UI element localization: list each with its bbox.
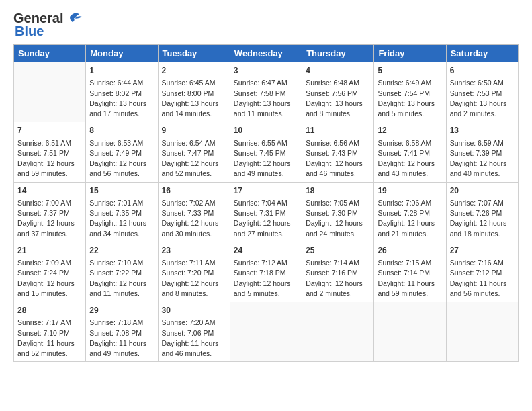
sunrise-text: Sunrise: 6:54 AM: [162, 138, 226, 148]
cell-content: 12Sunrise: 6:58 AMSunset: 7:41 PMDayligh…: [378, 125, 442, 179]
calendar-cell: [302, 302, 374, 362]
week-row-5: 28Sunrise: 7:17 AMSunset: 7:10 PMDayligh…: [14, 302, 519, 362]
sunrise-text: Sunrise: 7:11 AM: [162, 258, 226, 268]
sunset-text: Sunset: 7:56 PM: [306, 89, 370, 99]
day-header-monday: Monday: [86, 45, 158, 62]
daylight-text: Daylight: 12 hours and 34 minutes.: [89, 218, 154, 238]
day-number: 30: [162, 305, 226, 316]
calendar-cell: 2Sunrise: 6:45 AMSunset: 8:00 PMDaylight…: [158, 62, 230, 122]
sunset-text: Sunset: 7:26 PM: [450, 208, 515, 218]
day-number: 6: [450, 65, 515, 77]
sunrise-text: Sunrise: 7:00 AM: [17, 198, 82, 208]
sunrise-text: Sunrise: 6:59 AM: [450, 138, 515, 148]
calendar-cell: 13Sunrise: 6:59 AMSunset: 7:39 PMDayligh…: [446, 122, 518, 182]
cell-content: 22Sunrise: 7:10 AMSunset: 7:22 PMDayligh…: [89, 245, 154, 299]
cell-content: 18Sunrise: 7:05 AMSunset: 7:30 PMDayligh…: [306, 185, 370, 239]
daylight-text: Daylight: 13 hours and 11 minutes.: [234, 99, 298, 119]
calendar-cell: 4Sunrise: 6:48 AMSunset: 7:56 PMDaylight…: [302, 62, 374, 122]
calendar-cell: 5Sunrise: 6:49 AMSunset: 7:54 PMDaylight…: [374, 62, 446, 122]
calendar-cell: [374, 302, 446, 362]
calendar-cell: [446, 302, 518, 362]
day-number: 15: [89, 185, 154, 197]
cell-content: 30Sunrise: 7:20 AMSunset: 7:06 PMDayligh…: [162, 305, 226, 359]
daylight-text: Daylight: 12 hours and 49 minutes.: [234, 158, 298, 179]
cell-content: 24Sunrise: 7:12 AMSunset: 7:18 PMDayligh…: [234, 245, 298, 299]
daylight-text: Daylight: 13 hours and 2 minutes.: [450, 99, 515, 119]
calendar-cell: 6Sunrise: 6:50 AMSunset: 7:53 PMDaylight…: [446, 62, 518, 122]
cell-content: 13Sunrise: 6:59 AMSunset: 7:39 PMDayligh…: [450, 125, 515, 179]
sunrise-text: Sunrise: 7:16 AM: [450, 258, 515, 268]
sunrise-text: Sunrise: 6:50 AM: [450, 78, 515, 88]
day-number: 28: [17, 305, 82, 316]
daylight-text: Daylight: 11 hours and 46 minutes.: [162, 338, 226, 359]
calendar-cell: 17Sunrise: 7:04 AMSunset: 7:31 PMDayligh…: [230, 182, 302, 242]
calendar-cell: 29Sunrise: 7:18 AMSunset: 7:08 PMDayligh…: [86, 302, 158, 362]
daylight-text: Daylight: 12 hours and 18 minutes.: [450, 218, 515, 238]
day-number: 13: [450, 125, 515, 136]
daylight-text: Daylight: 12 hours and 5 minutes.: [234, 279, 298, 299]
cell-content: 1Sunrise: 6:44 AMSunset: 8:02 PMDaylight…: [89, 65, 154, 119]
cell-content: 27Sunrise: 7:16 AMSunset: 7:12 PMDayligh…: [450, 245, 515, 299]
calendar-cell: 3Sunrise: 6:47 AMSunset: 7:58 PMDaylight…: [230, 62, 302, 122]
calendar-cell: 15Sunrise: 7:01 AMSunset: 7:35 PMDayligh…: [86, 182, 158, 242]
sunrise-text: Sunrise: 6:56 AM: [306, 138, 370, 148]
cell-content: 29Sunrise: 7:18 AMSunset: 7:08 PMDayligh…: [89, 305, 154, 359]
day-number: 5: [378, 65, 442, 77]
sunrise-text: Sunrise: 7:12 AM: [234, 258, 298, 268]
cell-content: 25Sunrise: 7:14 AMSunset: 7:16 PMDayligh…: [306, 245, 370, 299]
logo-blue: Blue: [15, 24, 44, 39]
cell-content: 19Sunrise: 7:06 AMSunset: 7:28 PMDayligh…: [378, 185, 442, 239]
daylight-text: Daylight: 12 hours and 2 minutes.: [306, 279, 370, 299]
sunset-text: Sunset: 7:51 PM: [17, 148, 82, 158]
sunset-text: Sunset: 7:12 PM: [450, 268, 515, 278]
day-number: 25: [306, 245, 370, 257]
sunset-text: Sunset: 7:41 PM: [378, 148, 442, 158]
calendar-cell: 19Sunrise: 7:06 AMSunset: 7:28 PMDayligh…: [374, 182, 446, 242]
day-header-friday: Friday: [374, 45, 446, 62]
daylight-text: Daylight: 12 hours and 24 minutes.: [306, 218, 370, 238]
cell-content: 16Sunrise: 7:02 AMSunset: 7:33 PMDayligh…: [162, 185, 226, 239]
sunrise-text: Sunrise: 7:09 AM: [17, 258, 82, 268]
sunrise-text: Sunrise: 6:47 AM: [234, 78, 298, 88]
sunrise-text: Sunrise: 7:04 AM: [234, 198, 298, 208]
sunset-text: Sunset: 7:49 PM: [89, 148, 154, 158]
calendar-cell: 30Sunrise: 7:20 AMSunset: 7:06 PMDayligh…: [158, 302, 230, 362]
calendar-cell: 9Sunrise: 6:54 AMSunset: 7:47 PMDaylight…: [158, 122, 230, 182]
sunset-text: Sunset: 8:00 PM: [162, 89, 226, 99]
calendar-cell: [14, 62, 86, 122]
sunset-text: Sunset: 7:54 PM: [378, 89, 442, 99]
cell-content: 21Sunrise: 7:09 AMSunset: 7:24 PMDayligh…: [17, 245, 82, 299]
calendar-cell: 1Sunrise: 6:44 AMSunset: 8:02 PMDaylight…: [86, 62, 158, 122]
day-number: 12: [378, 125, 442, 136]
sunset-text: Sunset: 7:47 PM: [162, 148, 226, 158]
sunset-text: Sunset: 7:22 PM: [89, 268, 154, 278]
sunset-text: Sunset: 7:30 PM: [306, 208, 370, 218]
day-number: 24: [234, 245, 298, 257]
calendar-cell: 10Sunrise: 6:55 AMSunset: 7:45 PMDayligh…: [230, 122, 302, 182]
calendar-cell: 26Sunrise: 7:15 AMSunset: 7:14 PMDayligh…: [374, 242, 446, 302]
daylight-text: Daylight: 12 hours and 52 minutes.: [162, 158, 226, 179]
sunrise-text: Sunrise: 6:49 AM: [378, 78, 442, 88]
day-number: 9: [162, 125, 226, 136]
daylight-text: Daylight: 12 hours and 37 minutes.: [17, 218, 82, 238]
cell-content: 11Sunrise: 6:56 AMSunset: 7:43 PMDayligh…: [306, 125, 370, 179]
daylight-text: Daylight: 11 hours and 56 minutes.: [450, 279, 515, 299]
day-number: 21: [17, 245, 82, 257]
calendar-table: SundayMondayTuesdayWednesdayThursdayFrid…: [13, 44, 519, 362]
calendar-cell: 7Sunrise: 6:51 AMSunset: 7:51 PMDaylight…: [14, 122, 86, 182]
daylight-text: Daylight: 12 hours and 30 minutes.: [162, 218, 226, 238]
sunrise-text: Sunrise: 6:58 AM: [378, 138, 442, 148]
week-row-1: 1Sunrise: 6:44 AMSunset: 8:02 PMDaylight…: [14, 62, 519, 122]
day-number: 14: [17, 185, 82, 197]
sunset-text: Sunset: 7:45 PM: [234, 148, 298, 158]
day-header-saturday: Saturday: [446, 45, 518, 62]
daylight-text: Daylight: 13 hours and 8 minutes.: [306, 99, 370, 119]
sunset-text: Sunset: 7:18 PM: [234, 268, 298, 278]
day-number: 23: [162, 245, 226, 257]
sunrise-text: Sunrise: 7:01 AM: [89, 198, 154, 208]
daylight-text: Daylight: 11 hours and 59 minutes.: [378, 279, 442, 299]
calendar-cell: 22Sunrise: 7:10 AMSunset: 7:22 PMDayligh…: [86, 242, 158, 302]
logo: General Blue: [13, 11, 83, 39]
daylight-text: Daylight: 12 hours and 27 minutes.: [234, 218, 298, 238]
sunrise-text: Sunrise: 6:53 AM: [89, 138, 154, 148]
